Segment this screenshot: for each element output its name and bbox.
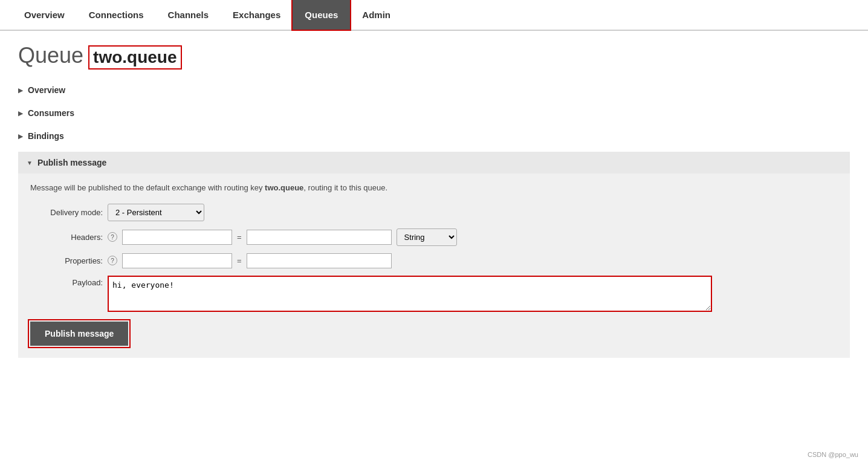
publish-desc-suffix: , routing it to this queue. [303, 183, 387, 192]
main-content: Queue two.queue ▶ Overview ▶ Consumers ▶… [0, 31, 868, 370]
publish-routing-key: two.queue [265, 183, 303, 192]
bindings-label: Bindings [28, 131, 64, 141]
section-bindings-header[interactable]: ▶ Bindings [18, 126, 850, 146]
publish-message-button[interactable]: Publish message [30, 322, 128, 346]
section-overview-header[interactable]: ▶ Overview [18, 80, 850, 100]
consumers-arrow-icon: ▶ [18, 110, 23, 117]
delivery-mode-row: Delivery mode: 1 - Non-persistent 2 - Pe… [30, 204, 838, 221]
delivery-mode-label: Delivery mode: [30, 208, 103, 217]
payload-input[interactable]: hi, everyone! [108, 276, 712, 312]
queue-prefix: Queue [18, 43, 83, 68]
nav-queues[interactable]: Queues [293, 0, 350, 30]
headers-equals: = [237, 233, 242, 242]
publish-arrow-icon: ▼ [27, 160, 33, 166]
properties-value-input[interactable] [247, 253, 392, 268]
publish-description: Message will be published to the default… [30, 182, 838, 194]
headers-key-input[interactable] [122, 230, 232, 245]
payload-row: Payload: hi, everyone! [30, 276, 838, 312]
navigation: Overview Connections Channels Exchanges … [0, 0, 868, 31]
delivery-mode-select[interactable]: 1 - Non-persistent 2 - Persistent [108, 204, 204, 221]
publish-desc-prefix: Message will be published to the default… [30, 183, 265, 192]
properties-label: Properties: [30, 256, 103, 265]
publish-section-label: Publish message [37, 158, 106, 167]
nav-connections[interactable]: Connections [77, 0, 156, 30]
properties-help-icon[interactable]: ? [108, 256, 117, 265]
properties-row: Properties: ? = [30, 253, 838, 268]
headers-row: Headers: ? = String Number Boolean [30, 228, 838, 246]
section-consumers-header[interactable]: ▶ Consumers [18, 103, 850, 123]
queue-name: two.queue [88, 45, 181, 70]
nav-channels[interactable]: Channels [156, 0, 221, 30]
queue-title: Queue two.queue [18, 43, 850, 70]
publish-message-section: ▼ Publish message Message will be publis… [18, 152, 850, 358]
section-bindings: ▶ Bindings [18, 126, 850, 146]
headers-value-input[interactable] [247, 230, 392, 245]
consumers-label: Consumers [28, 108, 74, 118]
nav-admin[interactable]: Admin [350, 0, 403, 30]
nav-overview[interactable]: Overview [12, 0, 77, 30]
headers-type-select[interactable]: String Number Boolean [397, 228, 457, 246]
properties-equals: = [237, 256, 242, 265]
properties-key-input[interactable] [122, 253, 232, 268]
overview-label: Overview [28, 85, 65, 95]
headers-help-icon[interactable]: ? [108, 232, 117, 242]
headers-label: Headers: [30, 233, 103, 242]
publish-body: Message will be published to the default… [18, 173, 850, 358]
nav-exchanges[interactable]: Exchanges [221, 0, 293, 30]
payload-label: Payload: [30, 276, 103, 287]
publish-section-header[interactable]: ▼ Publish message [18, 152, 850, 173]
section-overview: ▶ Overview [18, 80, 850, 100]
bindings-arrow-icon: ▶ [18, 133, 23, 140]
section-consumers: ▶ Consumers [18, 103, 850, 123]
overview-arrow-icon: ▶ [18, 87, 23, 94]
